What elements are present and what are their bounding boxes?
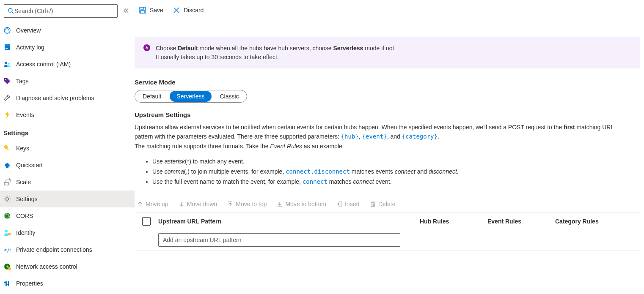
nav-private-endpoint[interactable]: </> Private endpoint connections [0, 241, 135, 258]
select-all-checkbox[interactable] [142, 217, 151, 226]
search-icon [8, 8, 14, 14]
chevron-double-left-icon [123, 8, 129, 14]
rule-fullname: Use the full event name to match the eve… [152, 177, 640, 187]
discard-button[interactable]: Discard [173, 6, 204, 14]
gear-icon [3, 195, 11, 203]
move-down-button[interactable]: Move down [179, 201, 217, 207]
nav-label: Private endpoint connections [16, 246, 92, 253]
nav-tags[interactable]: Tags [0, 73, 135, 90]
search-box[interactable] [4, 4, 118, 18]
table-actions: Move up Move down Move to top Move to bo… [135, 199, 640, 212]
globe-icon [3, 212, 11, 220]
nav-diagnose[interactable]: Diagnose and solve problems [0, 90, 135, 106]
svg-point-14 [6, 198, 8, 200]
th-event: Event Rules [487, 218, 555, 225]
nav-access-control[interactable]: Access control (IAM) [0, 56, 135, 73]
svg-point-15 [4, 213, 10, 219]
arrow-top-icon [227, 201, 233, 207]
identity-icon [3, 229, 11, 237]
close-icon [173, 6, 180, 14]
lightning-icon [3, 111, 11, 119]
nav-identity[interactable]: Identity [0, 224, 135, 241]
th-cat: Category Rules [555, 218, 640, 225]
info-banner: Choose Default mode when all the hubs ha… [135, 37, 640, 68]
nav-network-access[interactable]: Network access control [0, 258, 135, 275]
svg-line-1 [12, 12, 14, 14]
nav-label: Diagnose and solve problems [16, 95, 94, 101]
svg-rect-33 [339, 202, 342, 206]
delete-button[interactable]: Delete [370, 201, 395, 207]
arrow-bottom-icon [277, 201, 283, 207]
save-icon [139, 6, 146, 14]
nav-scale[interactable]: Scale [0, 174, 135, 191]
toolbar: Save Discard [135, 0, 644, 20]
svg-rect-27 [6, 284, 8, 285]
svg-point-22 [8, 267, 11, 270]
th-url: Upstream URL Pattern [158, 218, 420, 225]
nav-label: Scale [16, 179, 31, 185]
overview-icon [3, 27, 11, 34]
svg-rect-28 [8, 282, 9, 283]
nav-keys[interactable]: Keys [0, 140, 135, 157]
sidebar: Overview Activity log Access control (IA… [0, 0, 135, 294]
nav-cors[interactable]: CORS [0, 207, 135, 224]
insert-button[interactable]: Insert [336, 201, 360, 207]
svg-point-18 [5, 230, 8, 232]
move-bottom-button[interactable]: Move to bottom [277, 201, 326, 207]
nav-label: Quickstart [16, 162, 43, 169]
wrench-icon [3, 94, 11, 102]
trash-icon [370, 201, 376, 207]
svg-text:</>: </> [4, 247, 11, 253]
rocket-icon [143, 44, 151, 52]
svg-rect-23 [5, 281, 6, 286]
info-text: Choose Default mode when all the hubs ha… [156, 44, 396, 62]
nav-label: Events [16, 112, 34, 118]
svg-point-7 [5, 62, 7, 64]
move-top-button[interactable]: Move to top [227, 201, 267, 207]
network-icon [3, 263, 11, 270]
nav-properties[interactable]: Properties [0, 275, 135, 292]
key-icon [3, 144, 11, 152]
activity-log-icon [3, 44, 11, 51]
svg-rect-31 [140, 11, 145, 13]
nav-events[interactable]: Events [0, 106, 135, 123]
rule-formats-list: Use asterisk(*) to match any event. Use … [152, 157, 640, 187]
nav-activity-log[interactable]: Activity log [0, 39, 135, 56]
nav-label: Keys [16, 145, 29, 152]
mode-classic[interactable]: Classic [213, 91, 246, 102]
nav-quickstart[interactable]: Quickstart [0, 157, 135, 174]
save-button[interactable]: Save [139, 6, 163, 14]
upstream-title: Upstream Settings [135, 111, 640, 118]
svg-point-9 [5, 79, 6, 80]
svg-rect-12 [6, 148, 9, 150]
nav-label: Identity [16, 229, 35, 236]
svg-rect-24 [6, 281, 7, 286]
service-mode-title: Service Mode [135, 79, 640, 86]
nav-settings[interactable]: Settings [0, 191, 135, 207]
move-up-button[interactable]: Move up [137, 201, 168, 207]
collapse-sidebar-button[interactable] [121, 8, 131, 15]
rule-comma: Use comma(,) to join multiple events, fo… [152, 167, 640, 177]
nav-label: Properties [16, 280, 43, 287]
svg-rect-34 [371, 203, 374, 207]
table-header: Upstream URL Pattern Hub Rules Event Rul… [135, 212, 640, 230]
mode-default[interactable]: Default [136, 91, 168, 102]
nav-label: CORS [16, 212, 33, 219]
nav-label: Settings [16, 196, 38, 202]
svg-point-8 [8, 63, 10, 65]
table-row [135, 230, 640, 250]
main-panel: Save Discard Choose Default mode when al… [135, 0, 644, 294]
nav-overview[interactable]: Overview [0, 22, 135, 39]
svg-rect-30 [141, 7, 143, 9]
svg-rect-6 [6, 48, 8, 49]
upstream-description: Upstreams allow external services to be … [135, 122, 634, 151]
quickstart-icon [3, 161, 11, 169]
arrow-down-icon [179, 201, 184, 207]
nav-label: Network access control [16, 263, 77, 270]
rule-asterisk: Use asterisk(*) to match any event. [152, 157, 640, 167]
search-input[interactable] [14, 8, 114, 14]
mode-serverless[interactable]: Serverless [170, 91, 211, 102]
scale-icon [3, 178, 11, 186]
upstream-url-input[interactable] [158, 233, 400, 247]
svg-point-2 [4, 27, 10, 33]
